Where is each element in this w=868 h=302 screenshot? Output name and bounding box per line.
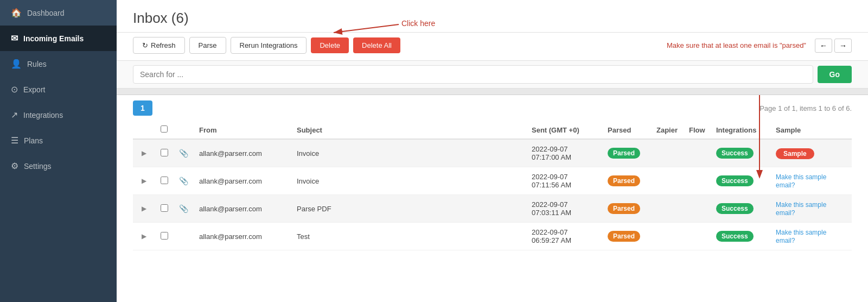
col-from-header: From: [194, 121, 291, 139]
rerun-integrations-button[interactable]: Rerun Integrations: [231, 37, 307, 54]
integrations-badge: Success: [716, 231, 754, 242]
sidebar-item-label: Export: [23, 85, 45, 94]
expand-button[interactable]: ▶: [138, 148, 150, 158]
sidebar-item-integrations[interactable]: ↗ Integrations: [0, 102, 117, 128]
sidebar-item-settings[interactable]: ⚙ Settings: [0, 153, 117, 179]
row-attach-cell: [174, 223, 194, 250]
row-expander-cell: ▶: [133, 167, 155, 195]
row-attach-cell: 📎: [174, 167, 194, 195]
sidebar-item-dashboard[interactable]: 🏠 Dashboard: [0, 0, 117, 26]
row-checkbox[interactable]: [161, 232, 168, 240]
row-checkbox[interactable]: [161, 204, 168, 212]
parsed-badge: Parsed: [608, 148, 640, 159]
row-parsed-cell: Parsed: [602, 195, 651, 223]
search-bar: Go: [117, 60, 868, 89]
nav-next-button[interactable]: →: [834, 39, 852, 53]
toolbar-note: Make sure that at least one email is "pa…: [667, 41, 806, 49]
col-sent-header: Sent (GMT +0): [526, 121, 602, 139]
nav-prev-button[interactable]: ←: [815, 39, 832, 53]
row-parsed-cell: Parsed: [602, 223, 651, 250]
row-flow-cell: [684, 223, 711, 250]
sidebar-item-incoming-emails[interactable]: ✉ Incoming Emails: [0, 26, 117, 51]
delete-button[interactable]: Delete: [311, 37, 349, 53]
integrations-badge: Success: [716, 148, 754, 159]
settings-icon: ⚙: [11, 161, 18, 171]
table-row: ▶ 📎 allank@parserr.com Invoice 2022-09-0…: [133, 139, 852, 167]
parse-button[interactable]: Parse: [189, 37, 226, 54]
make-sample-link[interactable]: Make this sample email?: [776, 173, 826, 189]
row-sample-cell: Make this sample email?: [770, 167, 852, 195]
refresh-button[interactable]: ↻ Refresh: [133, 37, 185, 54]
sidebar-item-plans[interactable]: ☰ Plans: [0, 128, 117, 153]
table-row: ▶ allank@parserr.com Test 2022-09-07 06:…: [133, 223, 852, 250]
row-sent-cell: 2022-09-07 07:11:56 AM: [526, 167, 602, 195]
sidebar-item-label: Dashboard: [27, 9, 65, 17]
row-from-cell: allank@parserr.com: [194, 139, 291, 167]
make-sample-link[interactable]: Make this sample email?: [776, 229, 826, 244]
toolbar: ↻ Refresh Parse Rerun Integrations Delet…: [117, 33, 868, 60]
row-zapier-cell: [651, 195, 684, 223]
row-zapier-cell: [651, 167, 684, 195]
select-all-checkbox[interactable]: [161, 125, 168, 133]
row-flow-cell: [684, 167, 711, 195]
col-integrations-header: Integrations: [711, 121, 770, 139]
row-integrations-cell: Success: [711, 139, 770, 167]
sidebar-item-label: Plans: [24, 136, 43, 145]
attachment-icon: 📎: [179, 149, 188, 158]
row-sent-cell: 2022-09-07 07:17:00 AM: [526, 139, 602, 167]
go-button[interactable]: Go: [818, 66, 852, 83]
attachment-icon: 📎: [179, 177, 188, 185]
row-from-cell: allank@parserr.com: [194, 167, 291, 195]
col-parsed-header: Parsed: [602, 121, 651, 139]
page-info: Page 1 of 1, items 1 to 6 of 6.: [760, 104, 852, 112]
search-input[interactable]: [133, 65, 813, 84]
row-checkbox[interactable]: [161, 149, 168, 156]
sidebar-item-label: Integrations: [23, 111, 63, 119]
row-sent-cell: 2022-09-07 06:59:27 AM: [526, 223, 602, 250]
row-integrations-cell: Success: [711, 195, 770, 223]
sidebar-item-label: Incoming Emails: [23, 34, 84, 43]
dashboard-icon: 🏠: [11, 8, 22, 18]
row-zapier-cell: [651, 139, 684, 167]
row-zapier-cell: [651, 223, 684, 250]
expand-button[interactable]: ▶: [138, 176, 150, 186]
make-sample-link[interactable]: Make this sample email?: [776, 201, 826, 217]
page-badge[interactable]: 1: [133, 100, 152, 116]
plans-icon: ☰: [11, 135, 18, 146]
row-expander-cell: ▶: [133, 139, 155, 167]
row-checkbox[interactable]: [161, 177, 168, 184]
row-check-cell: [155, 167, 174, 195]
row-parsed-cell: Parsed: [602, 139, 651, 167]
parsed-badge: Parsed: [608, 175, 640, 186]
attachment-icon: 📎: [179, 204, 188, 213]
row-subject-cell: Invoice: [291, 167, 526, 195]
sidebar-item-export[interactable]: ⊙ Export: [0, 77, 117, 102]
sample-badge: Sample: [776, 148, 814, 159]
row-expander-cell: ▶: [133, 223, 155, 250]
sidebar-item-label: Rules: [27, 60, 47, 68]
row-sample-cell: Sample: [770, 139, 852, 167]
row-check-cell: [155, 195, 174, 223]
export-icon: ⊙: [11, 84, 18, 95]
expand-button[interactable]: ▶: [138, 231, 150, 241]
row-subject-cell: Invoice: [291, 139, 526, 167]
row-check-cell: [155, 139, 174, 167]
integrations-icon: ↗: [11, 110, 18, 120]
row-attach-cell: 📎: [174, 195, 194, 223]
row-flow-cell: [684, 139, 711, 167]
refresh-icon: ↻: [142, 41, 148, 49]
row-check-cell: [155, 223, 174, 250]
expand-button[interactable]: ▶: [138, 204, 150, 213]
page-title: Inbox (6): [133, 10, 852, 27]
incoming-emails-icon: ✉: [11, 33, 18, 43]
sidebar-item-rules[interactable]: 👤 Rules: [0, 51, 117, 77]
delete-all-button[interactable]: Delete All: [353, 37, 400, 53]
sidebar-item-label: Settings: [24, 162, 52, 171]
main-content: Inbox (6) Click here ↻ Refresh Parse Rer…: [117, 0, 868, 302]
col-check-header: [155, 121, 174, 139]
rules-icon: 👤: [11, 59, 22, 69]
table-row: ▶ 📎 allank@parserr.com Parse PDF 2022-09…: [133, 195, 852, 223]
top-bar: Inbox (6) Click here: [117, 0, 868, 33]
col-expand-header: [133, 121, 155, 139]
table-container: 1 Page 1 of 1, items 1 to 6 of 6. From S…: [117, 95, 868, 302]
